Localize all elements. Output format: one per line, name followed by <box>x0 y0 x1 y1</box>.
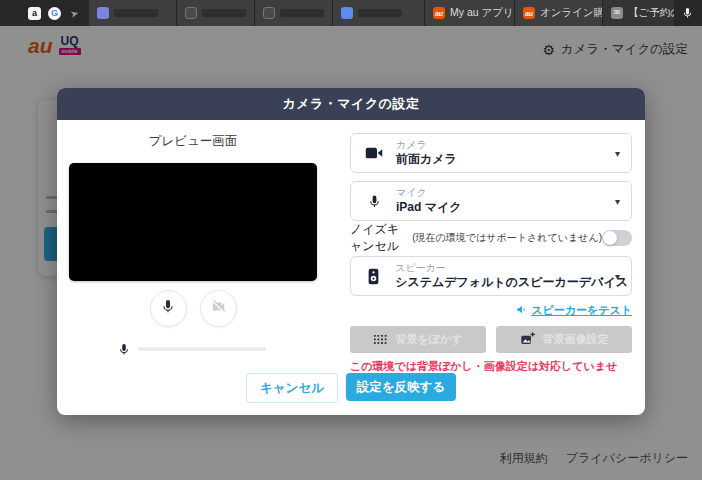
tab-title-redacted <box>202 9 246 17</box>
cancel-button[interactable]: キャンセル <box>246 373 338 403</box>
modal-title: カメラ・マイクの設定 <box>282 95 419 113</box>
google-icon[interactable]: G <box>48 7 61 20</box>
speaker-test[interactable]: スピーカーをテスト <box>350 303 632 317</box>
modal-footer: キャンセル 設定を反映する <box>57 373 645 403</box>
noise-cancel-label: ノイズキャンセル <box>350 221 409 255</box>
mail-favicon: ✉ <box>611 7 623 19</box>
au-favicon: au <box>523 7 535 19</box>
tab-title: 【ご予約の… <box>628 6 675 20</box>
background-blur-button[interactable]: 背景をぼかす <box>350 326 486 353</box>
camera-select[interactable]: カメラ 前面カメラ ▾ <box>350 133 632 173</box>
mic-level-track <box>138 347 266 351</box>
speaker-label: スピーカー <box>395 262 619 275</box>
mic-label: マイク <box>396 187 462 200</box>
camera-value: 前面カメラ <box>396 152 457 167</box>
preview-label: プレビュー画面 <box>69 133 317 150</box>
chevron-down-icon: ▾ <box>615 196 620 207</box>
chevron-down-icon: ▾ <box>615 271 620 282</box>
tab-mic-indicator-icon <box>682 0 693 26</box>
tab-title-redacted <box>358 9 402 17</box>
chevron-down-icon: ▾ <box>615 148 620 159</box>
camera-label: カメラ <box>396 139 457 152</box>
modal-header: カメラ・マイクの設定 <box>57 88 645 120</box>
speaker-value: システムデフォルトのスピーカーデバイス <box>395 275 619 290</box>
tab-favicon <box>97 7 109 19</box>
camera-toggle-button[interactable] <box>200 290 237 327</box>
modal-body: プレビュー画面 <box>57 120 645 415</box>
browser-tab-myau[interactable]: au My au アプリ… <box>425 0 515 26</box>
image-plus-icon <box>520 331 535 348</box>
tab-favicon <box>185 7 197 19</box>
mic-toggle-button[interactable] <box>150 290 187 327</box>
tab-title: オンライン購… <box>540 6 603 20</box>
noise-cancel-note: (現在の環境ではサポートされていません) <box>412 231 602 245</box>
background-buttons: 背景をぼかす 背景画像設定 <box>350 326 632 353</box>
background-blur-label: 背景をぼかす <box>395 332 462 347</box>
pinned-icons: a G ➤ <box>0 0 89 26</box>
mic-select-texts: マイク iPad マイク <box>396 187 462 215</box>
camera-mic-settings-modal: カメラ・マイクの設定 プレビュー画面 <box>57 88 645 415</box>
apply-settings-button[interactable]: 設定を反映する <box>346 373 456 401</box>
tab-favicon <box>263 7 275 19</box>
browser-tab-4[interactable] <box>333 0 425 26</box>
mic-icon <box>161 298 175 319</box>
mic-select[interactable]: マイク iPad マイク ▾ <box>350 181 632 221</box>
browser-tab-1[interactable] <box>89 0 177 26</box>
au-favicon: au <box>433 7 445 19</box>
speaker-device-icon <box>363 268 384 285</box>
video-camera-icon <box>363 146 385 160</box>
browser-tab-online[interactable]: au オンライン購… <box>515 0 603 26</box>
speaker-test-link: スピーカーをテスト <box>531 303 632 318</box>
av-buttons <box>69 290 317 327</box>
blur-icon <box>373 334 387 345</box>
tab-title-redacted <box>114 9 158 17</box>
background-image-label: 背景画像設定 <box>543 332 609 347</box>
tab-title: My au アプリ… <box>450 6 515 20</box>
video-preview <box>69 163 317 281</box>
speaker-select[interactable]: スピーカー システムデフォルトのスピーカーデバイス ▾ <box>350 256 632 296</box>
settings-column: カメラ 前面カメラ ▾ マイク iPad マイク ▾ ノイズ <box>350 120 632 389</box>
speaker-select-texts: スピーカー システムデフォルトのスピーカーデバイス <box>395 262 619 290</box>
browser-tab-2[interactable] <box>177 0 255 26</box>
background-image-button[interactable]: 背景画像設定 <box>496 326 632 353</box>
camera-select-texts: カメラ 前面カメラ <box>396 139 457 167</box>
mic-value: iPad マイク <box>396 200 462 215</box>
speaker-test-icon <box>516 301 527 319</box>
send-icon[interactable]: ➤ <box>67 5 83 21</box>
mic-level-meter <box>69 340 317 358</box>
mic-icon <box>363 193 385 210</box>
browser-tab-bar: a G ➤ au My au アプリ… au オンライン購… ✉ <box>0 0 702 26</box>
noise-cancel-toggle[interactable] <box>602 230 632 246</box>
tab-title-redacted <box>280 9 324 17</box>
amazon-icon[interactable]: a <box>28 7 41 20</box>
screen: a G ➤ au My au アプリ… au オンライン購… ✉ <box>0 0 702 480</box>
noise-cancel-row: ノイズキャンセル (現在の環境ではサポートされていません) <box>350 228 632 248</box>
tab-favicon <box>341 7 353 19</box>
mic-level-icon <box>118 342 130 357</box>
browser-tab-3[interactable] <box>255 0 333 26</box>
toggle-knob <box>603 231 617 245</box>
camera-off-icon <box>210 298 227 319</box>
browser-tab-reservation-active[interactable]: ✉ 【ご予約の… <box>603 0 675 26</box>
